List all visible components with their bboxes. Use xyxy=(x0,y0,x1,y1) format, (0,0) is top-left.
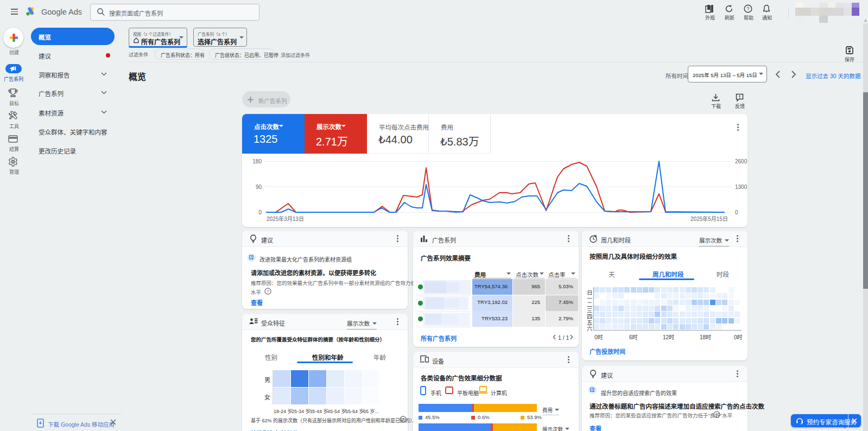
svg-text:90: 90 xyxy=(256,184,262,190)
svg-text:180: 180 xyxy=(252,159,262,164)
svg-text:0: 0 xyxy=(735,210,738,216)
svg-text:1300: 1300 xyxy=(735,184,747,190)
svg-text:2025年5月15日: 2025年5月15日 xyxy=(690,216,728,222)
svg-text:?: ? xyxy=(715,412,718,417)
svg-text:2025年3月13日: 2025年3月13日 xyxy=(267,216,304,222)
svg-text:?: ? xyxy=(746,6,749,11)
svg-text:?: ? xyxy=(402,417,404,422)
svg-text:?: ? xyxy=(267,289,269,294)
svg-text:0: 0 xyxy=(258,210,262,216)
svg-text:2600: 2600 xyxy=(735,159,747,164)
